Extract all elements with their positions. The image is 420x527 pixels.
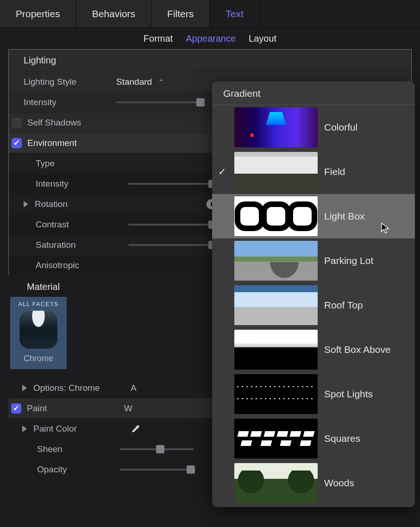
disclosure-right-icon[interactable] <box>24 201 30 207</box>
chevron-updown-icon: ⌃ <box>158 78 164 86</box>
env-contrast-label: Contrast <box>36 220 128 230</box>
sheen-label: Sheen <box>37 444 119 454</box>
popup-item-label: Roof Top <box>324 300 363 311</box>
lighting-intensity-label: Intensity <box>24 97 116 107</box>
opacity-slider[interactable] <box>119 469 194 471</box>
lighting-style-label: Lighting Style <box>24 77 116 87</box>
lighting-intensity-slider[interactable] <box>116 101 204 103</box>
popup-item-label: Woods <box>324 477 354 489</box>
popup-header: Gradient <box>212 82 415 105</box>
popup-item-field[interactable]: ✓Field <box>212 150 415 194</box>
popup-item-woods[interactable]: Woods <box>212 461 415 505</box>
tab-behaviors[interactable]: Behaviors <box>76 0 151 27</box>
popup-thumb-rooftop <box>234 285 318 325</box>
lighting-style-dropdown[interactable]: Standard <box>116 77 152 87</box>
popup-item-label: Light Box <box>324 211 365 222</box>
tab-filters[interactable]: Filters <box>151 0 210 27</box>
tab-properties[interactable]: Properties <box>0 0 76 27</box>
slider-thumb-icon[interactable] <box>156 445 164 453</box>
paint-label: Paint <box>27 403 124 414</box>
env-rotation-label: Rotation <box>35 199 127 209</box>
eyedropper-icon[interactable] <box>131 424 141 434</box>
popup-item-colorful[interactable]: Colorful <box>212 105 415 150</box>
popup-item-label: Soft Box Above <box>324 344 391 355</box>
env-rotation-dial[interactable] <box>127 203 215 205</box>
popup-thumb-parking <box>234 241 318 281</box>
environment-checkbox[interactable] <box>12 138 22 148</box>
popup-item-label: Colorful <box>324 122 357 133</box>
inspector-top-tabs: Properties Behaviors Filters Text <box>0 0 420 28</box>
popup-item-rooftop[interactable]: Roof Top <box>212 283 415 327</box>
env-saturation-label: Saturation <box>36 240 128 250</box>
tab-text[interactable]: Text <box>210 0 260 27</box>
disclosure-right-icon[interactable] <box>22 385 29 391</box>
popup-item-spotlights[interactable]: Spot Lights <box>212 372 415 416</box>
env-type-label: Type <box>36 158 128 169</box>
material-swatch-name: Chrome <box>24 354 53 364</box>
popup-item-softbox[interactable]: Soft Box Above <box>212 327 415 372</box>
env-intensity-label: Intensity <box>36 179 128 189</box>
facet-tab-label: ALL FACETS <box>19 301 59 307</box>
opacity-label: Opacity <box>37 464 119 475</box>
popup-item-squares[interactable]: Squares <box>212 416 415 461</box>
paint-value: W <box>124 403 132 414</box>
text-sub-tabs: Format Appearance Layout <box>0 28 420 49</box>
popup-item-label: Spot Lights <box>324 389 373 400</box>
popup-thumb-spotlights <box>234 374 318 414</box>
subtab-appearance[interactable]: Appearance <box>186 33 236 44</box>
sheen-slider[interactable] <box>119 448 194 450</box>
paint-color-label: Paint Color <box>33 424 131 434</box>
paint-checkbox[interactable] <box>11 403 21 414</box>
popup-thumb-squares <box>234 419 318 458</box>
environment-type-popup: Gradient Colorful✓FieldLight BoxParking … <box>212 82 415 507</box>
subtab-format[interactable]: Format <box>144 33 173 44</box>
env-contrast-slider[interactable] <box>128 224 216 226</box>
material-facet-tile[interactable]: ALL FACETS Chrome <box>10 297 67 369</box>
popup-thumb-lightbox <box>234 196 318 236</box>
material-swatch-icon <box>19 310 58 349</box>
popup-thumb-field <box>234 152 318 192</box>
disclosure-right-icon[interactable] <box>22 426 29 432</box>
options-chrome-label: Options: Chrome <box>33 383 131 393</box>
popup-item-label: Field <box>324 166 345 177</box>
popup-thumb-softbox <box>234 330 318 370</box>
checkmark-icon: ✓ <box>217 166 228 177</box>
cursor-icon <box>381 222 390 234</box>
popup-thumb-woods <box>234 463 318 503</box>
popup-thumb-colorful <box>234 107 318 147</box>
env-saturation-slider[interactable] <box>128 244 216 246</box>
lighting-header: Lighting <box>9 50 411 71</box>
slider-thumb-icon[interactable] <box>187 465 195 474</box>
slider-thumb-icon[interactable] <box>196 98 205 107</box>
popup-item-parking[interactable]: Parking Lot <box>212 238 415 283</box>
popup-item-label: Squares <box>324 433 360 444</box>
popup-item-label: Parking Lot <box>324 255 373 266</box>
env-anisotropic-label: Anisotropic <box>36 260 128 270</box>
options-chrome-value: A <box>131 383 137 393</box>
env-intensity-slider[interactable] <box>128 183 216 185</box>
subtab-layout[interactable]: Layout <box>249 33 276 44</box>
self-shadows-checkbox[interactable] <box>12 118 22 128</box>
